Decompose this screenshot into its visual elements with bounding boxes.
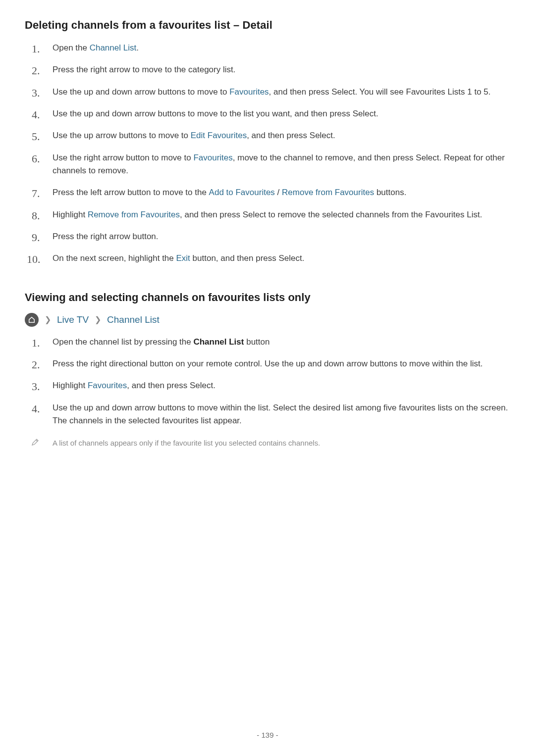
menu-link: Channel List [90,43,137,52]
section-heading-view: Viewing and selecting channels on favour… [25,291,510,304]
step-text: , and then press Select to remove the se… [180,210,482,219]
step-item: Open the channel list by pressing the Ch… [25,336,510,357]
step-text: Press the right directional button on yo… [53,359,482,368]
step-item: Press the left arrow button to move to t… [25,186,510,208]
step-item: Use the right arrow button to move to Fa… [25,151,510,187]
steps-list-view: Open the channel list by pressing the Ch… [25,336,510,437]
step-item: Press the right arrow to move to the cat… [25,63,510,85]
menu-link: Edit Favourites [191,131,247,140]
step-item: Use the up and down arrow buttons to mov… [25,402,510,437]
step-text: Open the channel list by pressing the [53,337,193,347]
chevron-right-icon: ❯ [45,315,51,324]
home-icon [25,313,39,327]
steps-list-delete: Open the Channel List. Press the right a… [25,42,510,274]
step-text: Use the up and down arrow buttons to mov… [53,109,378,118]
menu-link: Remove from Favourites [88,210,180,219]
menu-link: Favourites [88,381,127,390]
step-text: Highlight [53,210,88,219]
step-item: Use the up arrow buttons to move to Edit… [25,129,510,151]
step-text: button, and then press Select. [190,253,305,263]
step-text: Use the up arrow buttons to move to [53,131,191,140]
step-item: Open the Channel List. [25,42,510,63]
section-heading-delete: Deleting channels from a favourites list… [25,19,510,32]
pencil-icon [31,438,40,447]
menu-link: Add to Favourites [209,188,275,197]
menu-link: Favourites [229,87,268,97]
step-text: Press the right arrow button. [53,232,159,241]
step-item: Highlight Favourites, and then press Sel… [25,379,510,401]
note: A list of channels appears only if the f… [25,438,510,449]
page-number: - 139 - [0,731,535,739]
step-item: Highlight Remove from Favourites, and th… [25,208,510,230]
menu-link: Remove from Favourites [282,188,374,197]
menu-path: ❯ Live TV ❯ Channel List [25,313,510,327]
menu-link: Exit [176,253,190,263]
step-text: buttons. [374,188,406,197]
step-item: Use the up and down arrow buttons to mov… [25,107,510,129]
step-text: Press the left arrow button to move to t… [53,188,209,197]
step-item: Use the up and down arrow buttons to mov… [25,86,510,107]
step-text: Press the right arrow to move to the cat… [53,65,235,74]
menu-path-item: Live TV [57,314,89,325]
step-text: Open the [53,43,90,52]
step-text: On the next screen, highlight the [53,253,176,263]
step-text: Use the right arrow button to move to [53,153,193,162]
step-text: Use the up and down arrow buttons to mov… [53,403,508,425]
note-text: A list of channels appears only if the f… [53,439,320,447]
step-text: . [136,43,139,52]
step-item: On the next screen, highlight the Exit b… [25,252,510,274]
step-text: / [275,188,282,197]
step-text: , and then press Select. [127,381,215,390]
step-item: Press the right directional button on yo… [25,357,510,379]
step-text: Highlight [53,381,88,390]
menu-path-item: Channel List [107,314,160,325]
step-text: , and then press Select. [247,131,335,140]
step-text: button [244,337,269,347]
step-text: Use the up and down arrow buttons to mov… [53,87,229,97]
step-text: , and then press Select. You will see Fa… [269,87,491,97]
step-item: Press the right arrow button. [25,230,510,252]
bold-text: Channel List [193,337,244,347]
chevron-right-icon: ❯ [95,315,101,324]
document-page: Deleting channels from a favourites list… [0,0,535,756]
menu-link: Favourites [193,153,232,162]
